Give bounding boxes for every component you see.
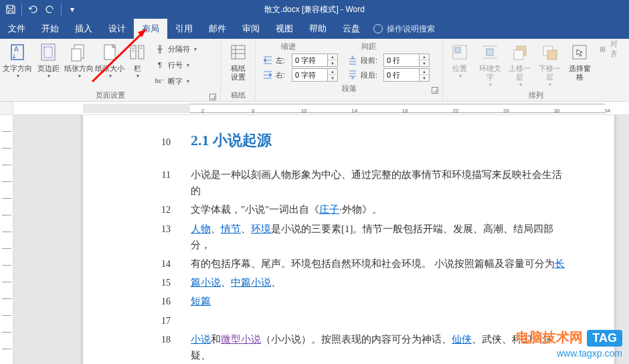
line-text[interactable]: 人物、情节、环境是小说的三要素[1]。情节一般包括开端、发展、高潮、结局四部分， (191, 221, 567, 253)
spin-down-icon[interactable]: ▼ (328, 75, 337, 81)
manuscript-settings-button[interactable]: 稿纸 设置 (223, 40, 252, 89)
doc-line[interactable]: 15篇小说、中篇小说、 (120, 274, 567, 290)
svg-rect-22 (514, 50, 523, 60)
menu-tab-引用[interactable]: 引用 (167, 19, 201, 39)
line-number: 11 (120, 168, 191, 183)
line-text[interactable]: 篇小说、中篇小说、 (191, 274, 567, 290)
line-text[interactable]: 短篇 (191, 293, 567, 309)
page-setup-launcher-icon[interactable] (209, 94, 216, 100)
svg-rect-7 (130, 46, 136, 59)
hyperlink[interactable]: 微型小说 (221, 334, 261, 345)
paragraph-group-label: 段落 (342, 84, 357, 92)
doc-line[interactable]: 12文学体裁，"小说"一词出自《庄子·外物》。 (120, 201, 567, 217)
line-number: 16 (120, 294, 191, 309)
indent-left-input[interactable] (292, 54, 327, 66)
menu-tab-帮助[interactable]: 帮助 (301, 19, 335, 39)
space-before-input[interactable] (384, 54, 419, 66)
hyperlink[interactable]: 中篇小说 (231, 277, 271, 288)
svg-text:A: A (14, 46, 19, 53)
line-number: 17 (120, 314, 191, 329)
spin-up-icon[interactable]: ▲ (328, 54, 337, 60)
hyperlink[interactable]: 长 (555, 258, 565, 269)
align-button: ⊞对齐 (595, 41, 626, 56)
spin-down-icon[interactable]: ▼ (328, 60, 337, 66)
send-backward-button: 下移一层▾ (535, 40, 564, 89)
vertical-ruler[interactable] (0, 115, 13, 364)
menu-tab-插入[interactable]: 插入 (67, 19, 100, 39)
qat-dropdown-icon[interactable]: ▾ (64, 1, 80, 17)
redo-icon[interactable] (42, 1, 58, 17)
ribbon: A 文字方向 ▾ 页边距 ▾ 纸张方向 ▾ 纸张大小 ▾ 栏 (0, 39, 629, 102)
indent-right-icon (262, 70, 273, 80)
hyperlink[interactable]: 短篇 (191, 296, 211, 306)
line-number: 13 (120, 222, 191, 237)
horizontal-ruler[interactable]: 261014182226303438 (13, 102, 629, 115)
orientation-button[interactable]: 纸张方向 ▾ (64, 40, 94, 89)
hyperlink[interactable]: 庄子 (319, 204, 339, 215)
selection-pane-button[interactable]: 选择窗格 (565, 40, 594, 89)
hyphenation-button[interactable]: bc⁻断字▾ (153, 74, 199, 88)
bulb-icon (373, 24, 383, 33)
undo-icon[interactable] (25, 1, 41, 17)
menu-tab-云盘[interactable]: 云盘 (335, 19, 368, 39)
doc-line[interactable]: 18小说和微型小说（小小说）。按照表现的内容可分为神话、仙侠、武侠、科幻、悬疑、 (120, 331, 567, 363)
window-title: 散文.docx [兼容模式] - Word (0, 4, 629, 15)
line-text[interactable]: 小说和微型小说（小小说）。按照表现的内容可分为神话、仙侠、武侠、科幻、悬疑、 (191, 331, 567, 363)
menu-tab-布局[interactable]: 布局 (134, 19, 167, 39)
save-icon[interactable] (3, 1, 19, 17)
doc-line[interactable]: 13人物、情节、环境是小说的三要素[1]。情节一般包括开端、发展、高潮、结局四部… (120, 221, 567, 253)
line-number: 14 (120, 257, 191, 272)
hyperlink[interactable]: 篇小说 (191, 277, 221, 288)
line-number: 10 (120, 135, 191, 150)
breaks-button[interactable]: ╫分隔符▾ (153, 41, 199, 56)
space-after-input[interactable] (384, 69, 419, 81)
spin-down-icon[interactable]: ▼ (420, 60, 429, 66)
space-after-icon (347, 70, 358, 80)
wrap-text-button: 环绕文 字▾ (476, 40, 505, 89)
line-text[interactable]: 2.1 小说起源 (191, 128, 567, 152)
hyperlink[interactable]: 仙侠 (452, 334, 472, 345)
hyperlink[interactable]: 小说 (191, 334, 211, 345)
hyperlink[interactable]: 情节 (221, 223, 241, 234)
line-numbers-button[interactable]: ¶行号▾ (153, 58, 199, 72)
menu-tab-审阅[interactable]: 审阅 (234, 19, 268, 39)
menu-tab-视图[interactable]: 视图 (268, 19, 301, 39)
spin-down-icon[interactable]: ▼ (420, 75, 429, 81)
paragraph-launcher-icon[interactable] (432, 87, 438, 94)
menu-tab-邮件[interactable]: 邮件 (201, 19, 234, 39)
menu-tab-开始[interactable]: 开始 (33, 19, 67, 39)
svg-rect-17 (455, 48, 460, 53)
paper-size-button[interactable]: 纸张大小 ▾ (95, 40, 124, 89)
doc-line[interactable]: 17 (120, 312, 567, 329)
page-setup-group-label: 页面设置 (96, 91, 125, 99)
menu-tab-文件[interactable]: 文件 (0, 19, 33, 39)
doc-line[interactable]: 102.1 小说起源 (120, 128, 567, 152)
line-number: 15 (120, 276, 191, 290)
manuscript-group-label: 稿纸 (223, 89, 252, 102)
hyperlink[interactable]: 人物 (191, 223, 211, 234)
svg-rect-18 (486, 49, 493, 56)
doc-line[interactable]: 14有的包括序幕、尾声。环境包括自然环境和社会环境。 小说按照篇幅及容量可分为长 (120, 256, 567, 272)
doc-line[interactable]: 11小说是一种以刻画人物形象为中心、通过完整的故事情节和环境描写来反映社会生活的 (120, 167, 567, 199)
text-direction-button[interactable]: A 文字方向 ▾ (3, 40, 32, 89)
tell-me-search[interactable]: 操作说明搜索 (373, 23, 435, 35)
line-text[interactable]: 小说是一种以刻画人物形象为中心、通过完整的故事情节和环境描写来反映社会生活的 (191, 167, 567, 199)
hyperlink[interactable]: 环境 (251, 223, 271, 234)
line-number: 18 (120, 333, 191, 347)
svg-rect-12 (232, 46, 245, 59)
menu-tab-设计[interactable]: 设计 (100, 19, 134, 39)
line-text[interactable]: 有的包括序幕、尾声。环境包括自然环境和社会环境。 小说按照篇幅及容量可分为长 (191, 256, 567, 272)
margins-button[interactable]: 页边距 ▾ (33, 40, 63, 89)
watermark: 电脑技术网TAG www.tagxp.com (516, 329, 622, 359)
spin-up-icon[interactable]: ▲ (328, 69, 337, 75)
columns-button[interactable]: 栏 ▾ (126, 40, 149, 89)
indent-right-input[interactable] (292, 69, 327, 81)
doc-line[interactable]: 16短篇 (120, 293, 567, 309)
bring-forward-button: 上移一层▾ (505, 40, 534, 89)
line-text[interactable] (191, 312, 567, 329)
document-page[interactable]: 102.1 小说起源11小说是一种以刻画人物形象为中心、通过完整的故事情节和环境… (83, 115, 614, 364)
line-text[interactable]: 文学体裁，"小说"一词出自《庄子·外物》。 (191, 201, 567, 217)
spin-up-icon[interactable]: ▲ (420, 69, 429, 75)
spin-up-icon[interactable]: ▲ (420, 54, 429, 60)
menu-bar: 文件开始插入设计布局引用邮件审阅视图帮助云盘操作说明搜索 (0, 19, 629, 39)
